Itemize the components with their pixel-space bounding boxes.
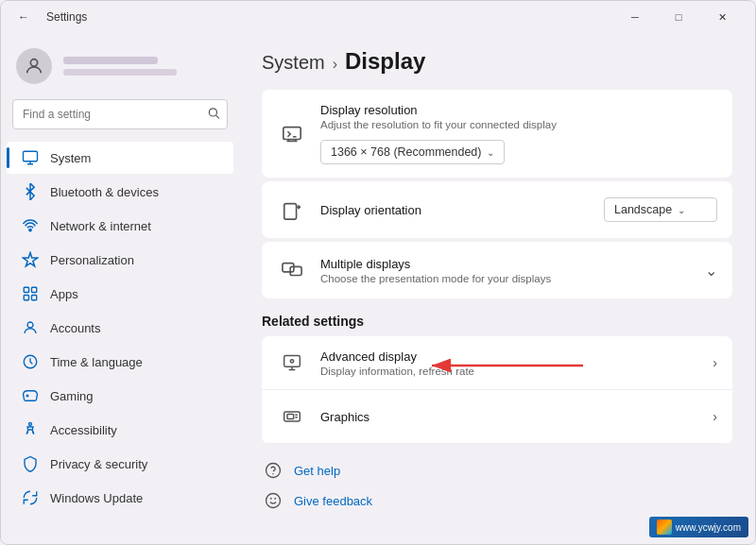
sidebar-item-accessibility-label: Accessibility bbox=[50, 423, 117, 437]
privacy-icon bbox=[22, 455, 39, 472]
user-email bbox=[63, 69, 177, 76]
bottom-links: Get help Give feedback bbox=[262, 459, 732, 512]
sidebar-item-bluetooth-label: Bluetooth & devices bbox=[50, 185, 159, 199]
sidebar-item-time-label: Time & language bbox=[50, 355, 143, 369]
time-icon bbox=[22, 353, 39, 370]
give-feedback-link[interactable]: Give feedback bbox=[262, 489, 732, 512]
sidebar-item-accessibility[interactable]: Accessibility bbox=[7, 414, 233, 446]
back-button[interactable]: ← bbox=[12, 6, 35, 28]
resolution-value: 1366 × 768 (Recommended) bbox=[331, 145, 481, 159]
svg-rect-14 bbox=[284, 127, 301, 139]
accessibility-icon bbox=[22, 421, 39, 438]
multiple-displays-icon bbox=[277, 255, 307, 285]
watermark: www.ycwjy.com bbox=[649, 517, 748, 537]
svg-point-28 bbox=[266, 464, 281, 478]
graphics-chevron: › bbox=[713, 409, 717, 424]
svg-point-13 bbox=[29, 423, 32, 426]
maximize-button[interactable]: □ bbox=[657, 1, 700, 33]
multiple-displays-title: Multiple displays bbox=[320, 257, 705, 271]
sidebar: System Bluetooth & devices bbox=[1, 33, 239, 544]
sidebar-item-apps[interactable]: Apps bbox=[7, 278, 233, 310]
sidebar-item-update[interactable]: Windows Update bbox=[7, 482, 233, 514]
sidebar-item-accounts-label: Accounts bbox=[50, 321, 100, 335]
multiple-displays-expand: ⌄ bbox=[705, 262, 717, 280]
svg-rect-10 bbox=[32, 296, 37, 300]
resolution-dropdown[interactable]: 1366 × 768 (Recommended) ⌄ bbox=[320, 140, 505, 164]
svg-rect-22 bbox=[284, 412, 301, 421]
related-settings-card: Advanced display Display information, re… bbox=[262, 336, 732, 444]
avatar bbox=[16, 48, 52, 84]
search-input[interactable] bbox=[12, 99, 228, 129]
orientation-dropdown[interactable]: Landscape ⌄ bbox=[604, 197, 717, 222]
personalization-icon bbox=[22, 251, 39, 268]
multiple-displays-subtitle: Choose the presentation mode for your di… bbox=[320, 273, 705, 284]
sidebar-item-system[interactable]: System bbox=[7, 142, 233, 174]
watermark-text: www.ycwjy.com bbox=[676, 522, 741, 533]
display-resolution-text: Display resolution Adjust the resolution… bbox=[320, 103, 717, 164]
svg-point-30 bbox=[266, 494, 281, 508]
sidebar-item-gaming[interactable]: Gaming bbox=[7, 380, 233, 412]
graphics-text: Graphics bbox=[320, 410, 713, 424]
sidebar-item-accounts[interactable]: Accounts bbox=[7, 312, 233, 344]
sidebar-item-privacy[interactable]: Privacy & security bbox=[7, 448, 233, 480]
close-button[interactable]: ✕ bbox=[700, 1, 744, 33]
display-resolution-title: Display resolution bbox=[320, 103, 717, 117]
minimize-button[interactable]: ─ bbox=[613, 1, 657, 33]
sidebar-item-time[interactable]: Time & language bbox=[7, 346, 233, 378]
advanced-display-subtitle: Display information, refresh rate bbox=[320, 366, 713, 377]
titlebar-controls: ─ □ ✕ bbox=[613, 1, 744, 33]
resolution-icon bbox=[277, 119, 307, 149]
get-help-label: Get help bbox=[294, 464, 340, 478]
orientation-control: Landscape ⌄ bbox=[604, 197, 717, 222]
update-icon bbox=[22, 489, 39, 506]
give-feedback-label: Give feedback bbox=[294, 494, 372, 508]
advanced-display-chevron: › bbox=[713, 355, 717, 370]
get-help-link[interactable]: Get help bbox=[262, 459, 732, 482]
sidebar-item-network-label: Network & internet bbox=[50, 219, 151, 233]
svg-rect-7 bbox=[24, 287, 28, 292]
page-header: System › Display bbox=[262, 48, 732, 75]
sidebar-item-network[interactable]: Network & internet bbox=[7, 210, 233, 242]
advanced-display-row[interactable]: Advanced display Display information, re… bbox=[262, 336, 732, 390]
display-orientation-text: Display orientation bbox=[320, 203, 604, 217]
svg-point-6 bbox=[29, 229, 31, 230]
graphics-icon bbox=[277, 401, 307, 432]
breadcrumb-separator: › bbox=[333, 56, 337, 73]
resolution-dropdown-chevron: ⌄ bbox=[487, 147, 494, 158]
svg-point-0 bbox=[30, 60, 37, 66]
multiple-displays-text: Multiple displays Choose the presentatio… bbox=[320, 257, 705, 284]
svg-point-1 bbox=[209, 109, 216, 116]
display-orientation-title: Display orientation bbox=[320, 203, 604, 217]
graphics-row[interactable]: Graphics › bbox=[262, 390, 732, 444]
sidebar-item-personalization[interactable]: Personalization bbox=[7, 244, 233, 276]
apps-icon bbox=[22, 285, 39, 302]
main-content: System › Display Display resolution bbox=[239, 33, 755, 544]
titlebar: ← Settings ─ □ ✕ bbox=[1, 1, 755, 33]
sidebar-item-gaming-label: Gaming bbox=[50, 389, 94, 403]
svg-rect-9 bbox=[24, 296, 28, 300]
svg-rect-23 bbox=[287, 415, 294, 419]
multiple-displays-row[interactable]: Multiple displays Choose the presentatio… bbox=[262, 242, 732, 298]
svg-rect-16 bbox=[283, 264, 294, 272]
breadcrumb-parent[interactable]: System bbox=[262, 52, 325, 74]
svg-rect-8 bbox=[32, 287, 37, 292]
multiple-displays-card: Multiple displays Choose the presentatio… bbox=[262, 242, 732, 298]
svg-rect-15 bbox=[284, 204, 297, 220]
sidebar-item-personalization-label: Personalization bbox=[50, 253, 134, 267]
display-resolution-subtitle: Adjust the resolution to fit your connec… bbox=[320, 119, 717, 130]
network-icon bbox=[22, 217, 39, 234]
sidebar-item-system-label: System bbox=[50, 151, 91, 165]
related-settings-header: Related settings bbox=[262, 314, 732, 329]
sidebar-item-update-label: Windows Update bbox=[50, 491, 143, 505]
svg-rect-18 bbox=[284, 356, 301, 367]
sidebar-item-bluetooth[interactable]: Bluetooth & devices bbox=[7, 176, 233, 208]
orientation-value: Landscape bbox=[614, 203, 672, 216]
svg-point-21 bbox=[290, 360, 293, 363]
watermark-logo bbox=[657, 519, 672, 535]
search-box bbox=[12, 99, 228, 129]
display-orientation-row: Display orientation Landscape ⌄ bbox=[262, 181, 732, 238]
page-title: Display bbox=[345, 48, 425, 75]
orientation-icon bbox=[277, 195, 307, 225]
give-feedback-icon bbox=[262, 489, 284, 512]
user-info bbox=[63, 57, 177, 76]
